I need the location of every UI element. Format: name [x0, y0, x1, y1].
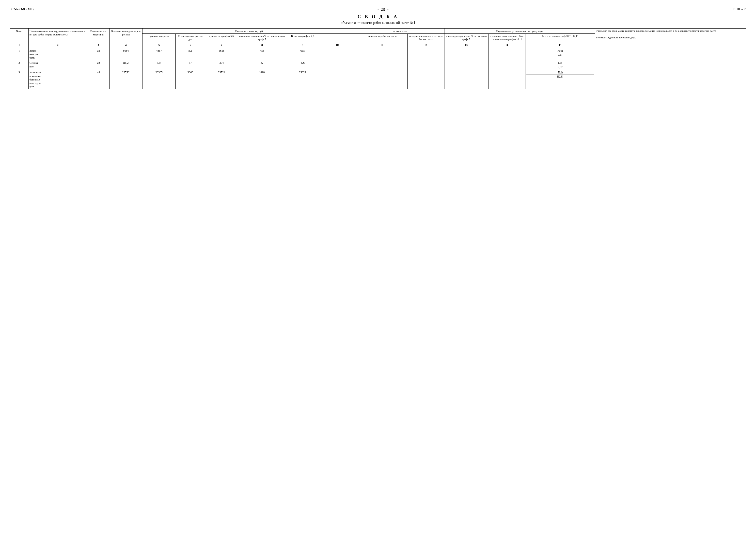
doc-number: 902-I-73-83(XII): [10, 7, 33, 11]
col-header-unit: Еди-ни-ца из-мере-ния: [87, 28, 110, 42]
row2-col10: [319, 60, 356, 70]
row3-col6: 3360: [176, 70, 205, 89]
col-header-norm-overhead: в нак-ладных расхо-дах,% от суммы по гра…: [444, 34, 488, 42]
doc-code: 19105-03: [733, 7, 746, 11]
sub-title: объемов и стоимости работ к локальной см…: [10, 21, 746, 25]
col-header-norm-total: Всего по данным граф 10,11, 12,13: [525, 34, 595, 42]
row1-col12: [407, 48, 445, 60]
row3-col7: 23724: [205, 70, 238, 89]
row1-col15-bot: 0,9I: [558, 53, 562, 57]
col-num-12: I2: [407, 42, 445, 48]
row3-col13: [444, 70, 488, 89]
row2-col15-bot: 0,37: [558, 65, 563, 69]
col-header-sum56: сум-ма по гра-фам 5,6: [205, 34, 238, 42]
table-row: I Земля-ные ра-боты м3 6684 4857 80I 565…: [10, 48, 746, 60]
col-header-planned: плано-вые накоп-ления % от стои-мости по…: [238, 34, 286, 42]
row1-col10: [319, 48, 356, 60]
col-num-13: I3: [444, 42, 488, 48]
col-num-3: 3: [87, 42, 110, 48]
col-num-4: 4: [109, 42, 142, 48]
row2-qty: II5,2: [109, 60, 142, 70]
col-num-8: 8: [238, 42, 286, 48]
row3-col9: 25622: [286, 70, 319, 89]
row3-col12: [407, 70, 445, 89]
row3-col11: [356, 70, 407, 89]
col-num-I: I: [10, 42, 28, 48]
row3-num: 3: [10, 70, 28, 89]
col-num-11: II: [356, 42, 407, 48]
row3-name: Бетонныеи железо-бетонныеконструк-ции: [28, 70, 87, 89]
row2-col7: 394: [205, 60, 238, 70]
row3-qty: 227,I2: [109, 70, 142, 89]
row3-col5: 20365: [142, 70, 176, 89]
row2-col15-top: I,I8: [526, 61, 594, 65]
row1-col5: 4857: [142, 48, 176, 60]
row2-num: 2: [10, 60, 28, 70]
row1-name: Земля-ные ра-боты: [28, 48, 87, 60]
row3-col15-top: 70,9: [526, 71, 594, 75]
col-num-10: IO: [319, 42, 356, 48]
row2-col5: 337: [142, 60, 176, 70]
row2-col12: [407, 60, 445, 70]
col-header-specific: Удельный вес стои-мости конструк-тивного…: [595, 28, 746, 42]
row2-col11: [356, 60, 407, 70]
row3-col14: [489, 70, 525, 89]
main-title: С В О Д К А: [10, 14, 746, 20]
col-header-overhead-pct: % нак-лад-ных рас-хо-дов: [176, 34, 205, 42]
row2-col9: 426: [286, 60, 319, 70]
row3-col10: [319, 70, 356, 89]
column-numbers-row: I 2 3 4 5 6 7 8 9 IO II I2 I3 I4 I5: [10, 42, 746, 48]
row2-col15: I,I8 0,37: [525, 60, 595, 70]
table-row: 3 Бетонныеи железо-бетонныеконструк-ции …: [10, 70, 746, 89]
row2-unit: м2: [87, 60, 110, 70]
row1-num: I: [10, 48, 28, 60]
col-header-machine-exp: эксплуа-тация машин в т.ч. зара-ботная п…: [407, 34, 445, 42]
header-row-1: № пп Наиме-нова-ние конст-рук-тивных эле…: [10, 28, 746, 34]
row3-col8: I898: [238, 70, 286, 89]
row1-col7: 5658: [205, 48, 238, 60]
row1-qty: 6684: [109, 48, 142, 60]
col-header-normative: Нормативная условно-чистая продукция: [444, 28, 595, 34]
col-num-5: 5: [142, 42, 176, 48]
col-num-7: 7: [205, 42, 238, 48]
col-header-base-wage: основ-ная зара-ботная плата: [356, 34, 407, 42]
row1-col15: I6,9I 0,9I: [525, 48, 595, 60]
row1-col6: 80I: [176, 48, 205, 60]
col-num-2: 2: [28, 42, 87, 48]
page-header: 902-I-73-83(XII) - 29 - 19105-03: [10, 7, 746, 12]
col-header-qty: Коли-чест-во еди-ниц из-ре-ния: [109, 28, 142, 42]
row2-name: Основа-ние: [28, 60, 87, 70]
col-header-empty6: [319, 34, 356, 42]
row2-col8: 32: [238, 60, 286, 70]
row1-col14: [489, 48, 525, 60]
row2-col13: [444, 60, 488, 70]
col-header-including: в том числе: [356, 28, 444, 34]
main-table: № пп Наиме-нова-ние конст-рук-тивных эле…: [10, 28, 746, 89]
title-section: С В О Д К А объемов и стоимости работ к …: [10, 14, 746, 25]
page-number: - 29 -: [378, 7, 389, 12]
col-header-num: № пп: [10, 28, 28, 42]
col-header-direct: пря-мые зат-ра-ты: [142, 34, 176, 42]
col-num-9: 9: [286, 42, 319, 48]
row3-col15-bot: II2,8I: [557, 75, 563, 79]
col-header-name: Наиме-нова-ние конст-рук-тивных эле-мент…: [28, 28, 87, 42]
row1-col15-top: I6,9I: [526, 49, 594, 53]
table-row: 2 Основа-ние м2 II5,2 337 57 394 32 426 …: [10, 60, 746, 70]
row1-col13: [444, 48, 488, 60]
row2-col6: 57: [176, 60, 205, 70]
col-num-14: I4: [489, 42, 525, 48]
col-num-6: 6: [176, 42, 205, 48]
row1-col11: [356, 48, 407, 60]
row3-unit: м3: [87, 70, 110, 89]
col-header-cost: Сметная стоимость, руб.: [142, 28, 356, 34]
col-num-15: I5: [525, 42, 595, 48]
row2-col14: [489, 60, 525, 70]
row1-unit: м3: [87, 48, 110, 60]
col-header-total78: Всего по гра-фам 7,8: [286, 34, 319, 42]
col-header-norm-planned: в пла-новых накоп-лениях, % от стои-мост…: [489, 34, 525, 42]
row1-col9: 6III: [286, 48, 319, 60]
row3-col15: 70,9 II2,8I: [525, 70, 595, 89]
row1-col8: 453: [238, 48, 286, 60]
